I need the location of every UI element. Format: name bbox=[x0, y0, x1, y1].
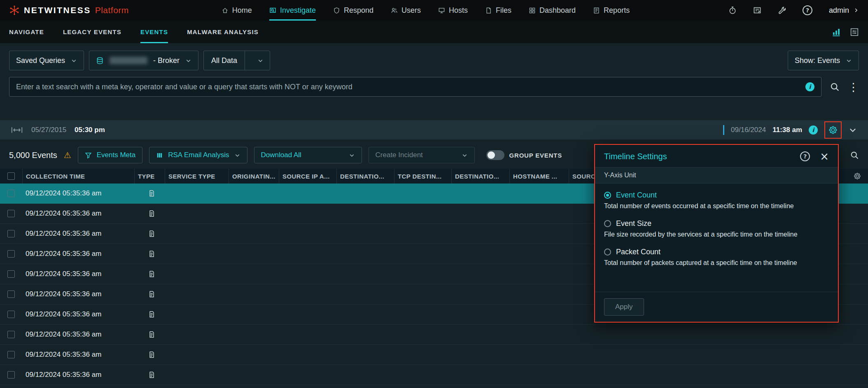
option-event-size-radio-row[interactable]: Event Size bbox=[604, 219, 829, 228]
nav-respond[interactable]: Respond bbox=[333, 0, 373, 21]
col-hostname[interactable]: HOSTNAME ... bbox=[509, 169, 569, 184]
panel-title: Timeline Settings bbox=[604, 152, 667, 161]
nav-label: Users bbox=[401, 6, 421, 15]
option-packet-count-radio-row[interactable]: Packet Count bbox=[604, 248, 829, 256]
show-events-dropdown[interactable]: Show: Events bbox=[788, 51, 859, 70]
table-search-icon[interactable] bbox=[850, 151, 859, 160]
table-row[interactable]: 09/12/2024 05:35:36 am bbox=[0, 345, 868, 365]
radio-selected-icon[interactable] bbox=[604, 192, 611, 199]
timer-icon[interactable] bbox=[728, 6, 737, 14]
table-row[interactable]: 09/12/2024 05:35:36 am bbox=[0, 325, 868, 345]
netwitness-logo-icon bbox=[9, 5, 20, 16]
col-source-ip[interactable]: SOURCE IP A... bbox=[279, 169, 336, 184]
row-checkbox[interactable] bbox=[7, 190, 15, 197]
col-originating[interactable]: ORIGINATIN... bbox=[229, 169, 279, 184]
filter-funnel-icon bbox=[85, 152, 92, 159]
tab-malware-analysis[interactable]: MALWARE ANALYSIS bbox=[187, 21, 259, 43]
panel-help-icon[interactable]: ? bbox=[800, 151, 810, 161]
info-icon[interactable]: i bbox=[805, 82, 814, 91]
radio-unselected-icon[interactable] bbox=[604, 220, 611, 227]
option-description: Total number of packets captured at a sp… bbox=[604, 259, 829, 267]
row-collection-time: 09/12/2024 05:35:36 am bbox=[22, 209, 134, 218]
col-service-type[interactable]: SERVICE TYPE bbox=[165, 169, 229, 184]
row-checkbox[interactable] bbox=[7, 230, 15, 237]
download-all-dropdown[interactable]: Download All bbox=[254, 147, 362, 163]
radio-unselected-icon[interactable] bbox=[604, 249, 611, 256]
col-type[interactable]: TYPE bbox=[134, 169, 165, 184]
table-row[interactable]: 09/12/2024 05:35:36 am bbox=[0, 385, 868, 388]
timeline-info-icon[interactable]: i bbox=[809, 125, 818, 135]
nav-reports[interactable]: Reports bbox=[593, 0, 630, 21]
jobs-icon[interactable] bbox=[753, 6, 761, 14]
col-tcp-destination[interactable]: TCP DESTIN... bbox=[394, 169, 451, 184]
col-destination[interactable]: DESTINATIO... bbox=[336, 169, 394, 184]
row-checkbox[interactable] bbox=[7, 270, 15, 278]
log-type-icon bbox=[134, 190, 165, 197]
dashboard-grid-icon bbox=[529, 7, 536, 14]
main-nav: Home Investigate Respond Users Hosts Fil… bbox=[222, 0, 630, 21]
time-range-dropdown[interactable]: All Data bbox=[203, 51, 270, 70]
events-chart-view-icon[interactable] bbox=[832, 28, 841, 37]
preferences-panel-icon[interactable] bbox=[850, 28, 859, 37]
row-checkbox[interactable] bbox=[7, 331, 15, 338]
row-collection-time: 09/12/2024 05:35:36 am bbox=[22, 330, 134, 339]
topbar-right: ? admin bbox=[728, 0, 859, 21]
row-collection-time: 09/12/2024 05:35:36 am bbox=[22, 250, 134, 258]
row-checkbox[interactable] bbox=[7, 371, 15, 379]
timeline-collapse-chevron-icon[interactable] bbox=[848, 125, 857, 135]
nav-hosts[interactable]: Hosts bbox=[438, 0, 468, 21]
nav-files[interactable]: Files bbox=[485, 0, 511, 21]
gear-icon[interactable] bbox=[828, 125, 838, 135]
row-checkbox[interactable] bbox=[7, 210, 15, 217]
help-icon[interactable]: ? bbox=[803, 5, 812, 15]
top-bar: NETWITNESS Platform Home Investigate Res… bbox=[0, 0, 868, 21]
brand: NETWITNESS Platform bbox=[9, 0, 129, 21]
nav-users[interactable]: Users bbox=[391, 0, 421, 21]
nav-dashboard[interactable]: Dashboard bbox=[529, 0, 576, 21]
tab-navigate[interactable]: NAVIGATE bbox=[9, 21, 44, 43]
column-settings-gear-icon[interactable] bbox=[853, 172, 861, 180]
service-dropdown[interactable]: - Broker bbox=[89, 51, 198, 70]
column-group-dropdown[interactable]: RSA Email Analysis bbox=[149, 147, 247, 163]
nav-investigate[interactable]: Investigate bbox=[269, 0, 316, 21]
select-all-checkbox[interactable] bbox=[7, 172, 15, 180]
chevron-right-icon bbox=[853, 7, 859, 13]
reports-icon bbox=[593, 7, 600, 14]
log-type-icon bbox=[134, 270, 165, 278]
panel-close-icon[interactable]: × bbox=[820, 151, 829, 162]
col-destination-2[interactable]: DESTINATIO... bbox=[451, 169, 509, 184]
saved-queries-dropdown[interactable]: Saved Queries bbox=[9, 51, 84, 70]
create-incident-dropdown[interactable]: Create Incident bbox=[369, 147, 475, 163]
col-collection-time[interactable]: COLLECTION TIME bbox=[22, 169, 134, 184]
row-collection-time: 09/12/2024 05:35:36 am bbox=[22, 371, 134, 379]
tools-wrench-icon[interactable] bbox=[778, 6, 786, 14]
apply-button[interactable]: Apply bbox=[604, 298, 644, 316]
tab-legacy-events[interactable]: LEGACY EVENTS bbox=[63, 21, 121, 43]
admin-menu[interactable]: admin bbox=[829, 6, 859, 15]
more-options-kebab-icon[interactable]: ⋮ bbox=[848, 81, 859, 93]
nav-label: Hosts bbox=[449, 6, 468, 15]
row-checkbox[interactable] bbox=[7, 290, 15, 298]
row-checkbox[interactable] bbox=[7, 311, 15, 318]
query-search-box[interactable]: i bbox=[9, 77, 821, 97]
table-row[interactable]: 09/12/2024 05:35:36 am bbox=[0, 365, 868, 385]
nav-label: Investigate bbox=[280, 6, 316, 15]
show-events-label: Show: Events bbox=[795, 56, 840, 65]
search-input[interactable] bbox=[16, 83, 800, 91]
group-events-toggle[interactable] bbox=[486, 150, 504, 160]
option-event-count-radio-row[interactable]: Event Count bbox=[604, 191, 829, 200]
timeline-strip: 05/27/2015 05:30 pm 09/16/2024 11:38 am … bbox=[0, 120, 868, 139]
nav-home[interactable]: Home bbox=[222, 0, 252, 21]
timeline-pan-icon[interactable] bbox=[11, 125, 23, 135]
row-checkbox[interactable] bbox=[7, 250, 15, 258]
nav-label: Respond bbox=[344, 6, 373, 15]
time-range-label: All Data bbox=[204, 51, 245, 70]
row-collection-time: 09/12/2024 05:35:36 am bbox=[22, 310, 134, 318]
row-checkbox[interactable] bbox=[7, 351, 15, 358]
events-meta-button[interactable]: Events Meta bbox=[78, 147, 143, 163]
search-icon[interactable] bbox=[830, 82, 840, 92]
log-type-icon bbox=[134, 311, 165, 318]
tab-events[interactable]: EVENTS bbox=[140, 21, 168, 43]
chevron-down-icon bbox=[462, 152, 468, 158]
chevron-down-icon[interactable] bbox=[251, 51, 270, 70]
